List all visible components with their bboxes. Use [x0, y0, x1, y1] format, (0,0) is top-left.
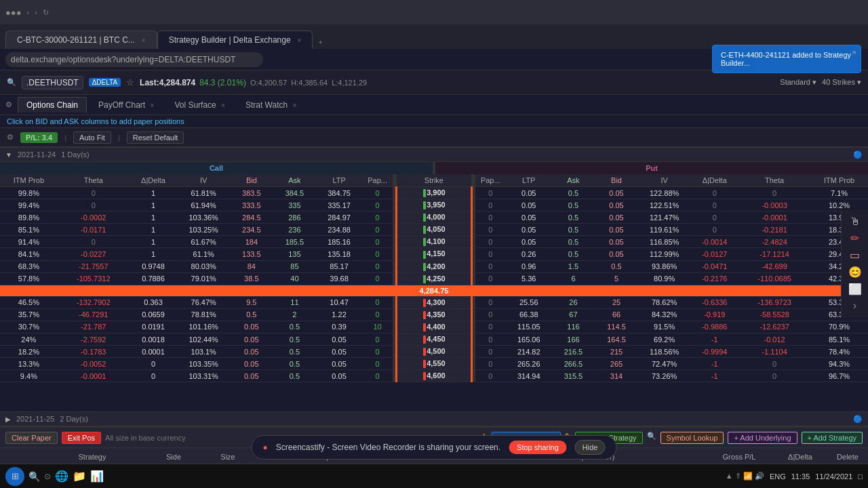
hide-btn[interactable]: Hide	[575, 440, 606, 455]
ask-put[interactable]: 0.5	[552, 236, 595, 248]
th-ask-call[interactable]: Ask	[273, 174, 317, 187]
ask-put[interactable]: 116	[552, 321, 595, 333]
ask-call[interactable]: 236	[273, 224, 317, 236]
tab-strategy-close[interactable]: ×	[298, 37, 302, 44]
bid-call[interactable]: 383.5	[230, 187, 273, 199]
th-iv-put[interactable]: IV	[638, 174, 691, 187]
bid-put[interactable]: 5	[595, 272, 638, 285]
ask-put[interactable]: 1.5	[552, 260, 595, 272]
ask-call[interactable]: 11	[273, 296, 317, 308]
th-bid-put[interactable]: Bid	[595, 174, 638, 187]
ask-put[interactable]: 6	[552, 272, 595, 285]
bid-put[interactable]: 25	[595, 296, 638, 308]
reset-default-btn[interactable]: Reset Default	[127, 131, 184, 144]
tab-stratwatch-close[interactable]: ×	[293, 102, 297, 109]
mouse-icon[interactable]: 🖱	[850, 216, 861, 228]
taskbar-cortana[interactable]: ⊙	[44, 472, 51, 481]
ask-put[interactable]: 266.5	[552, 358, 595, 370]
reload-icon[interactable]: ↻	[43, 8, 49, 17]
tab-btc[interactable]: C-BTC-30000-261121 | BTC C... ×	[5, 30, 157, 49]
ask-call[interactable]: 2	[273, 308, 317, 321]
tab-stratwatch[interactable]: Strat Watch ×	[237, 97, 305, 113]
tab-volsurface[interactable]: Vol Surface ×	[165, 97, 234, 113]
bid-put[interactable]: 215	[595, 346, 638, 358]
tab-btc-close[interactable]: ×	[142, 37, 146, 44]
bookmark-icon[interactable]: ☆	[126, 77, 134, 87]
taskbar-browser-icon[interactable]: 🌐	[55, 470, 68, 483]
bid-call[interactable]: 184	[230, 236, 273, 248]
bid-put[interactable]: 314	[595, 370, 638, 382]
symbol-label[interactable]: .DEETHUSDT	[22, 76, 83, 89]
exit-pos-btn[interactable]: Exit Pos	[62, 432, 101, 444]
ask-call[interactable]: 85	[273, 260, 317, 272]
auto-fit-btn[interactable]: Auto Fit	[73, 131, 111, 144]
ask-call[interactable]: 286	[273, 211, 317, 224]
bid-call[interactable]: 0.05	[230, 346, 273, 358]
th-bid-call[interactable]: Bid	[230, 174, 273, 187]
pen-icon[interactable]: ✏	[850, 232, 859, 245]
bid-call[interactable]: 0.05	[230, 333, 273, 346]
th-itm-call[interactable]: ITM Prob	[0, 174, 58, 187]
ask-put[interactable]: 0.5	[552, 211, 595, 224]
bid-call[interactable]: 9.5	[230, 296, 273, 308]
bid-put[interactable]: 66	[595, 308, 638, 321]
ask-put[interactable]: 26	[552, 296, 595, 308]
th-iv-call[interactable]: IV	[177, 174, 230, 187]
ask-put[interactable]: 0.5	[552, 224, 595, 236]
notification-close-btn[interactable]: ×	[852, 48, 856, 56]
taskbar-explorer-icon[interactable]: 📁	[73, 470, 86, 483]
tab-strategy[interactable]: Strategy Builder | Delta Exchange ×	[157, 30, 313, 49]
symbol-lookup-btn[interactable]: Symbol Lookup	[660, 432, 724, 444]
ask-call[interactable]: 384.5	[273, 187, 317, 199]
rect-icon[interactable]: ▭	[850, 249, 860, 262]
bid-call[interactable]: 333.5	[230, 199, 273, 211]
ask-put[interactable]: 67	[552, 308, 595, 321]
add-strategy-btn[interactable]: + Add Strategy	[802, 432, 863, 444]
notification-area[interactable]: □	[858, 472, 863, 481]
ask-call[interactable]: 0.5	[273, 321, 317, 333]
bid-put[interactable]: 265	[595, 358, 638, 370]
bid-call[interactable]: 234.5	[230, 224, 273, 236]
search-icon[interactable]: 🔍	[7, 78, 16, 87]
th-theta-call[interactable]: Theta	[58, 174, 130, 187]
tab-volsurface-close[interactable]: ×	[221, 102, 225, 109]
bid-call[interactable]: 0.5	[230, 308, 273, 321]
taskbar-excel-icon[interactable]: 📊	[90, 470, 104, 483]
ask-put[interactable]: 315.5	[552, 370, 595, 382]
th-pap-put[interactable]: Pap...	[475, 174, 506, 187]
ask-call[interactable]: 0.5	[273, 358, 317, 370]
th-ltp-put[interactable]: LTP	[506, 174, 552, 187]
tab-payoff[interactable]: PayOff Chart ×	[90, 97, 163, 113]
th-theta-put[interactable]: Theta	[738, 174, 810, 187]
forward-icon[interactable]: ›	[35, 8, 37, 16]
clear-paper-btn[interactable]: Clear Paper	[5, 432, 58, 444]
collapse-icon[interactable]: ›	[853, 300, 856, 312]
bid-put[interactable]: 164.5	[595, 333, 638, 346]
ask-call[interactable]: 0.5	[273, 370, 317, 382]
tab-payoff-close[interactable]: ×	[151, 102, 155, 109]
th-delta-put[interactable]: Δ|Delta	[691, 174, 739, 187]
ask-call[interactable]: 185.5	[273, 236, 317, 248]
ask-call[interactable]: 135	[273, 248, 317, 260]
bid-put[interactable]: 0.05	[595, 187, 638, 199]
ask-call[interactable]: 0.5	[273, 346, 317, 358]
address-input[interactable]	[5, 52, 263, 67]
bid-call[interactable]: 84	[230, 260, 273, 272]
start-btn[interactable]: ⊞	[5, 467, 24, 486]
bid-put[interactable]: 114.5	[595, 321, 638, 333]
eraser-icon[interactable]: ⬜	[848, 283, 862, 296]
bid-call[interactable]: 0.05	[230, 358, 273, 370]
bid-put[interactable]: 0.05	[595, 211, 638, 224]
bid-call[interactable]: 0.05	[230, 370, 273, 382]
expiry2-expand[interactable]: ▶	[5, 415, 11, 423]
ask-put[interactable]: 216.5	[552, 346, 595, 358]
bid-put[interactable]: 0.05	[595, 248, 638, 260]
taskbar-search-icon[interactable]: 🔍	[28, 471, 40, 482]
bid-put[interactable]: 0.5	[595, 260, 638, 272]
bid-call[interactable]: 133.5	[230, 248, 273, 260]
tab-options-chain[interactable]: Options Chain	[18, 97, 87, 113]
th-pap-call[interactable]: Pap...	[362, 174, 393, 187]
th-delta-call[interactable]: Δ|Delta	[130, 174, 178, 187]
ask-put[interactable]: 166	[552, 333, 595, 346]
th-strike[interactable]: Strike	[397, 174, 471, 187]
